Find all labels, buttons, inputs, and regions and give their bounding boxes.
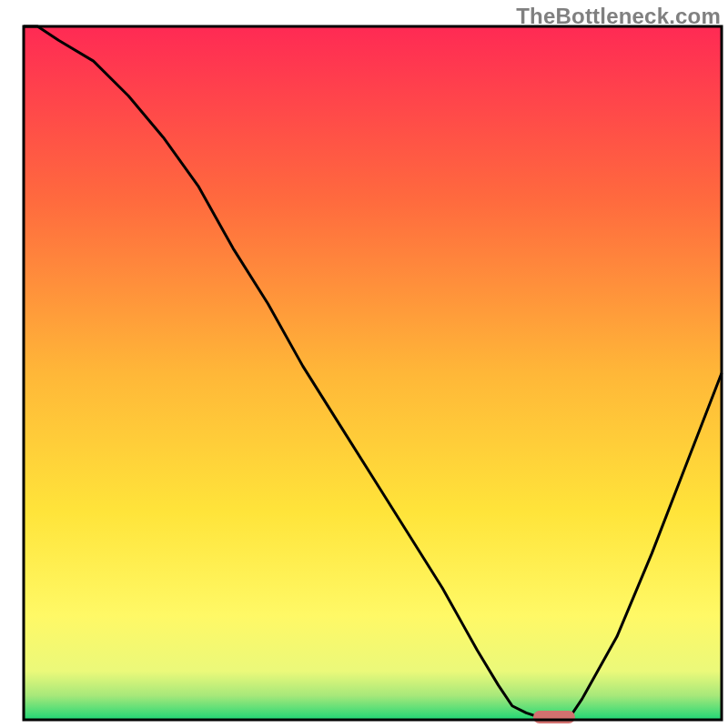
watermark-text: TheBottleneck.com <box>516 4 721 29</box>
chart-svg <box>0 0 728 728</box>
minimum-marker <box>533 711 575 723</box>
bottleneck-chart: TheBottleneck.com <box>0 0 728 728</box>
chart-background <box>24 26 722 720</box>
